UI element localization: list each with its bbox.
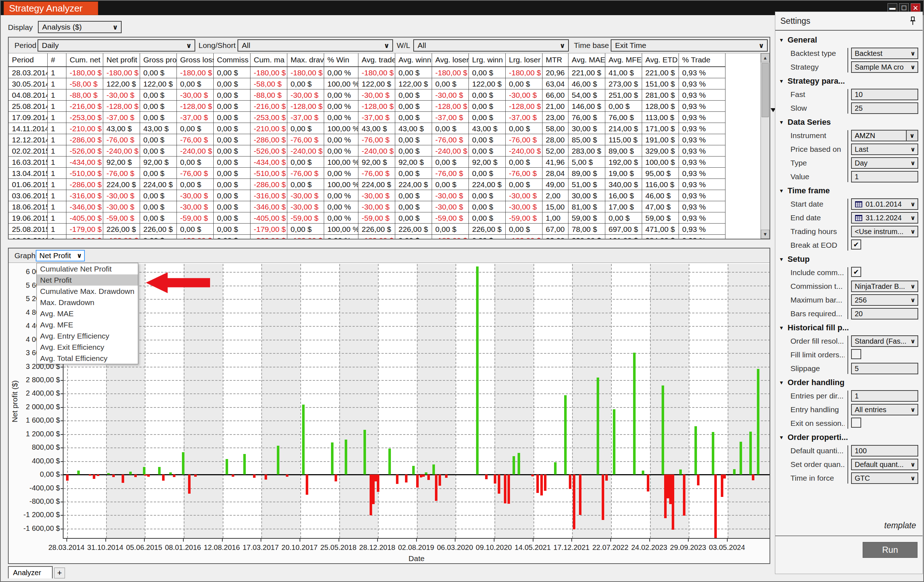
setting-input[interactable]: 20 xyxy=(851,308,918,319)
collapse-triangle-icon[interactable]: ▼ xyxy=(775,380,787,385)
chart-bar[interactable] xyxy=(112,475,115,477)
chart-bar[interactable] xyxy=(662,385,664,475)
chart-bar[interactable] xyxy=(647,475,649,492)
chart-bar[interactable] xyxy=(107,473,110,475)
chart-bar[interactable] xyxy=(564,395,567,475)
setting-checkbox[interactable] xyxy=(851,418,861,427)
dropdown-option-avg-mae[interactable]: Avg. MAE xyxy=(37,308,138,319)
chart-bar[interactable] xyxy=(498,475,500,493)
chart-bar[interactable] xyxy=(757,369,759,475)
chart-bar[interactable] xyxy=(513,456,515,475)
chart-bar[interactable] xyxy=(613,409,615,475)
chart-bar[interactable] xyxy=(540,475,543,495)
chart-bar[interactable] xyxy=(435,475,437,501)
table-row[interactable]: 18.06.20151-346,00 $-30,00 $0,00 $-30,00… xyxy=(9,201,726,212)
chart-bar[interactable] xyxy=(697,475,700,485)
column-header--win[interactable]: % Win xyxy=(324,53,358,67)
chart-bar[interactable] xyxy=(683,475,685,516)
chart-bar[interactable] xyxy=(243,454,246,475)
setting-select[interactable]: <Use instrum...∨ xyxy=(851,226,918,237)
chart-bar[interactable] xyxy=(554,462,556,475)
chart-bar[interactable] xyxy=(122,475,124,482)
chart-bar[interactable] xyxy=(476,266,478,475)
setting-checkbox[interactable]: ✔ xyxy=(851,240,861,250)
scroll-down-button[interactable]: ▼ xyxy=(761,230,769,239)
chart-bar[interactable] xyxy=(569,475,571,489)
pin-icon[interactable] xyxy=(909,16,917,26)
template-link[interactable]: template xyxy=(884,521,916,531)
chart-bar[interactable] xyxy=(412,466,415,475)
chart-bar[interactable] xyxy=(405,475,408,482)
chart-bar[interactable] xyxy=(494,475,496,483)
chart-bar[interactable] xyxy=(667,475,669,498)
chart-bar[interactable] xyxy=(669,475,672,504)
settings-section-header[interactable]: ▼General xyxy=(775,33,922,46)
chart-bar[interactable] xyxy=(286,475,289,477)
dropdown-option-avg-exit-efficiency[interactable]: Avg. Exit Efficiency xyxy=(37,342,138,353)
chart-bar[interactable] xyxy=(721,475,723,497)
settings-section-header[interactable]: ▼Order handling xyxy=(775,376,922,389)
tab-analyzer[interactable]: Analyzer xyxy=(8,566,53,579)
chart-bar[interactable] xyxy=(536,475,539,493)
column-header-avg-loser[interactable]: Avg. loser xyxy=(432,53,469,67)
collapse-triangle-icon[interactable]: ▼ xyxy=(775,188,787,194)
setting-checkbox[interactable]: ✔ xyxy=(851,267,861,277)
column-header-max-drav[interactable]: Max. drav xyxy=(287,53,324,67)
chart-bar[interactable] xyxy=(302,404,305,475)
period-select[interactable]: Daily∨ xyxy=(38,39,195,51)
dropdown-option-avg-mfe[interactable]: Avg. MFE xyxy=(37,319,138,330)
chart-bar[interactable] xyxy=(147,475,150,477)
table-row[interactable]: 25.08.20151-179,00 $226,00 $226,00 $0,00… xyxy=(9,224,726,235)
setting-select[interactable]: Standard (Fas...∨ xyxy=(851,335,918,347)
chart-bar[interactable] xyxy=(188,475,191,493)
display-select[interactable]: Analysis ($) ∨ xyxy=(38,21,122,33)
table-row[interactable]: 28.03.20141-180,00 $-180,00 $0,00 $-180,… xyxy=(9,67,726,78)
timebase-select[interactable]: Exit Time∨ xyxy=(611,39,768,51)
chart-bar[interactable] xyxy=(642,470,644,475)
table-row[interactable]: 16.03.20151-434,00 $92,00 $92,00 $0,00 $… xyxy=(9,156,726,168)
chart-bar[interactable] xyxy=(518,453,520,475)
chart-bar[interactable] xyxy=(264,475,267,480)
table-scrollbar[interactable]: ▲ ▼ xyxy=(761,53,769,239)
chart-bar[interactable] xyxy=(182,452,185,475)
column-header-avg-mfe[interactable]: Avg. MFE xyxy=(605,53,642,67)
setting-select[interactable]: GTC∨ xyxy=(851,472,918,484)
chart-bar[interactable] xyxy=(306,475,308,495)
column-header-avg-winn[interactable]: Avg. winn xyxy=(395,53,432,67)
dropdown-option-cumulative-max-drawdown[interactable]: Cumulative Max. Drawdown xyxy=(37,286,138,297)
setting-checkbox[interactable] xyxy=(851,349,861,359)
table-row[interactable]: 03.06.20151-316,00 $-30,00 $0,00 $-30,00… xyxy=(9,190,726,201)
chart-bar[interactable] xyxy=(504,475,507,503)
chart-bar[interactable] xyxy=(277,446,279,475)
chart-bar[interactable] xyxy=(416,475,419,488)
collapse-triangle-icon[interactable]: ▼ xyxy=(775,37,787,43)
chart-bar[interactable] xyxy=(388,449,391,475)
chart-bar[interactable] xyxy=(633,353,635,475)
chart-bar[interactable] xyxy=(714,475,717,538)
setting-input[interactable]: 100 xyxy=(851,445,918,457)
column-header-gross-pro[interactable]: Gross pro xyxy=(140,53,177,67)
collapse-triangle-icon[interactable]: ▼ xyxy=(775,78,787,84)
dropdown-option-cumulative-net-profit[interactable]: Cumulative Net Profit xyxy=(37,263,138,275)
chart-bar[interactable] xyxy=(158,467,161,475)
dropdown-option-avg-entry-efficiency[interactable]: Avg. Entry Efficiency xyxy=(37,330,138,342)
table-row[interactable]: 04.08.20141-88,00 $-30,00 $0,00 $-30,00 … xyxy=(9,89,726,100)
table-row[interactable]: 02.02.20151-526,00 $-240,00 $0,00 $-240,… xyxy=(9,145,726,156)
chart-bar[interactable] xyxy=(602,475,604,520)
table-row[interactable]: 25.08.20141-216,00 $-128,00 $0,00 $-128,… xyxy=(9,100,726,112)
chart-bar[interactable] xyxy=(739,442,742,475)
column-header-cum-net[interactable]: Cum. net xyxy=(66,53,103,67)
column-header-mtr[interactable]: MTR xyxy=(543,53,568,67)
setting-select[interactable]: All entries∨ xyxy=(851,404,918,415)
chart-bar[interactable] xyxy=(253,475,256,477)
dropdown-option-max-drawdown[interactable]: Max. Drawdown xyxy=(37,297,138,308)
settings-section-header[interactable]: ▼Setup xyxy=(775,253,922,266)
table-row[interactable]: 13.04.20151-510,00 $-76,00 $0,00 $-76,00… xyxy=(9,168,726,179)
table-row[interactable]: 12.12.20141-286,00 $-76,00 $0,00 $-76,00… xyxy=(9,134,726,145)
setting-input[interactable]: 1 xyxy=(851,171,918,182)
chart-bar[interactable] xyxy=(226,459,228,475)
chart-bar[interactable] xyxy=(363,430,366,475)
column-header-gross-loss[interactable]: Gross loss xyxy=(177,53,214,67)
column-header-lrg-winn[interactable]: Lrg. winn xyxy=(469,53,506,67)
chart-bar[interactable] xyxy=(752,475,754,480)
